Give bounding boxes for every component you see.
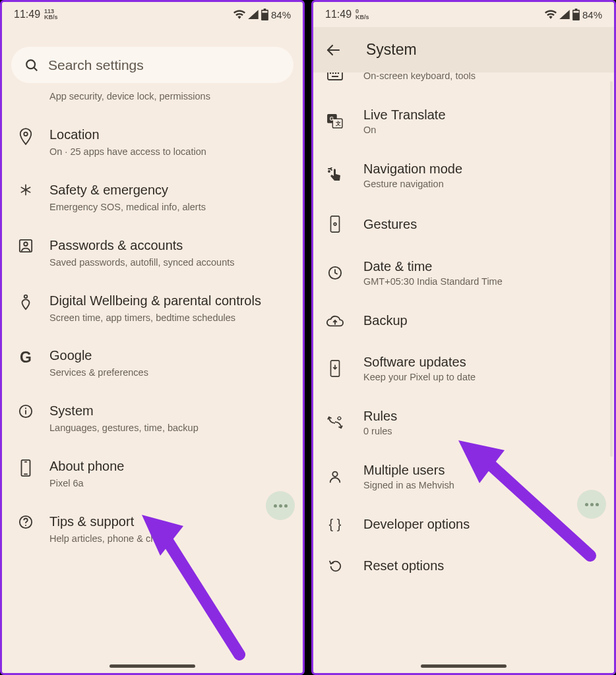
status-bar: 11:49 113KB/s 84% bbox=[2, 2, 303, 27]
list-item-system[interactable]: SystemLanguages, gestures, time, backup bbox=[16, 391, 288, 446]
list-item-datetime[interactable]: Date & timeGMT+05:30 India Standard Time bbox=[326, 246, 601, 300]
location-icon bbox=[16, 127, 35, 145]
list-item-navigation[interactable]: Navigation modeGesture navigation bbox=[326, 148, 601, 202]
search-placeholder: Search settings bbox=[48, 57, 144, 73]
svg-rect-0 bbox=[262, 11, 267, 13]
svg-point-1 bbox=[26, 60, 35, 69]
floating-more-button[interactable] bbox=[577, 490, 606, 519]
list-item-passwords[interactable]: Passwords & accountsSaved passwords, aut… bbox=[16, 225, 288, 281]
update-icon bbox=[326, 360, 344, 377]
help-icon bbox=[16, 514, 35, 529]
keyboard-icon bbox=[326, 73, 344, 81]
list-item-safety[interactable]: Safety & emergencyEmergency SOS, medical… bbox=[16, 170, 288, 225]
svg-text:G: G bbox=[330, 116, 334, 122]
header-bar: System bbox=[313, 27, 614, 73]
list-item-tips[interactable]: Tips & supportHelp articles, phone & cha… bbox=[16, 502, 288, 557]
list-item-google[interactable]: G GoogleServices & preferences bbox=[16, 336, 288, 391]
translate-icon: G文 bbox=[326, 114, 344, 129]
status-battery: 84% bbox=[271, 9, 291, 20]
status-battery: 84% bbox=[582, 9, 602, 20]
scrollbar[interactable] bbox=[610, 81, 613, 457]
list-item-live-translate[interactable]: G文 Live TranslateOn bbox=[326, 94, 601, 148]
search-settings-input[interactable]: Search settings bbox=[11, 47, 293, 83]
settings-screen: 11:49 113KB/s 84% Search settings App se… bbox=[0, 0, 305, 675]
status-network-speed: 0KB/s bbox=[355, 9, 369, 20]
nav-handle[interactable] bbox=[421, 664, 507, 668]
wifi-icon bbox=[545, 10, 557, 19]
battery-icon bbox=[572, 9, 580, 20]
nav-handle[interactable] bbox=[109, 664, 195, 668]
svg-point-3 bbox=[24, 132, 28, 136]
wellbeing-icon bbox=[16, 293, 35, 311]
list-item-location[interactable]: LocationOn · 25 apps have access to loca… bbox=[16, 115, 288, 170]
settings-list[interactable]: LocationOn · 25 apps have access to loca… bbox=[2, 115, 303, 673]
svg-line-2 bbox=[34, 67, 37, 71]
clock-icon bbox=[326, 266, 344, 280]
wifi-icon bbox=[233, 10, 245, 19]
svg-point-35 bbox=[338, 417, 341, 420]
user-icon bbox=[326, 469, 344, 484]
search-icon bbox=[24, 58, 39, 73]
system-list[interactable]: On-screen keyboard, tools G文 Live Transl… bbox=[313, 73, 614, 673]
status-bar: 11:49 0KB/s 84% bbox=[313, 2, 614, 27]
svg-point-30 bbox=[334, 223, 336, 225]
info-icon bbox=[16, 403, 35, 419]
list-item-backup[interactable]: Backup bbox=[326, 300, 601, 341]
list-item-multiple-users[interactable]: Multiple usersSigned in as Mehvish bbox=[326, 450, 601, 504]
list-item-wellbeing[interactable]: Digital Wellbeing & parental controlsScr… bbox=[16, 281, 288, 336]
svg-point-14 bbox=[25, 525, 26, 526]
braces-icon: { } bbox=[326, 517, 344, 532]
status-time: 11:49 bbox=[14, 9, 40, 20]
cloud-upload-icon bbox=[326, 314, 344, 328]
svg-text:文: 文 bbox=[335, 121, 341, 127]
account-box-icon bbox=[16, 237, 35, 253]
swipe-icon bbox=[326, 167, 344, 183]
svg-point-28 bbox=[328, 171, 330, 172]
list-item-keyboard[interactable]: On-screen keyboard, tools bbox=[326, 73, 601, 94]
svg-point-5 bbox=[24, 242, 28, 246]
google-icon: G bbox=[16, 347, 35, 367]
list-item-reset[interactable]: Reset options bbox=[326, 545, 601, 587]
svg-point-36 bbox=[332, 472, 337, 477]
system-screen: 11:49 0KB/s 84% System On-screen keyboar… bbox=[311, 0, 616, 675]
status-network-speed: 113KB/s bbox=[44, 9, 58, 20]
list-item-about[interactable]: About phonePixel 6a bbox=[16, 446, 288, 502]
reset-icon bbox=[326, 559, 344, 573]
svg-rect-16 bbox=[573, 11, 578, 13]
signal-icon bbox=[559, 10, 570, 19]
svg-rect-29 bbox=[331, 216, 340, 232]
signal-icon bbox=[248, 10, 259, 19]
battery-icon bbox=[261, 9, 268, 20]
gestures-icon bbox=[326, 216, 344, 233]
prev-item-subtitle: App security, device lock, permissions bbox=[2, 91, 303, 115]
list-item-software-updates[interactable]: Software updatesKeep your Pixel up to da… bbox=[326, 341, 601, 396]
asterisk-icon bbox=[16, 182, 35, 196]
page-title: System bbox=[366, 41, 417, 59]
back-icon[interactable] bbox=[325, 42, 341, 58]
list-item-gestures[interactable]: Gestures bbox=[326, 202, 601, 246]
svg-point-9 bbox=[25, 408, 26, 409]
phone-device-icon bbox=[16, 458, 35, 477]
list-item-developer[interactable]: { } Developer options bbox=[326, 504, 601, 545]
floating-more-button[interactable] bbox=[266, 491, 295, 520]
rules-icon bbox=[326, 415, 344, 430]
list-item-rules[interactable]: Rules0 rules bbox=[326, 396, 601, 450]
status-time: 11:49 bbox=[325, 9, 352, 20]
svg-point-6 bbox=[24, 295, 28, 298]
